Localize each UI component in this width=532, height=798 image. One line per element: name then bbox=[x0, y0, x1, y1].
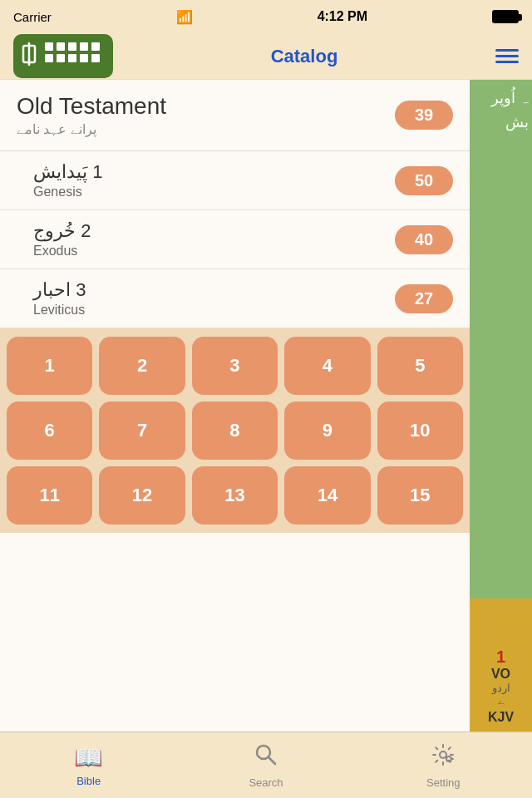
section-count-badge: 39 bbox=[395, 101, 453, 130]
section-title-main: Old Testament bbox=[17, 93, 166, 120]
num-btn-2[interactable]: 2 bbox=[99, 337, 185, 395]
num-btn-3[interactable]: 3 bbox=[192, 337, 278, 395]
num-btn-5[interactable]: 5 bbox=[377, 337, 463, 395]
book-row-exodus[interactable]: 2 خُروج Exodus 40 bbox=[0, 210, 470, 269]
section-header-text: Old Testament پرانے عہد نامے bbox=[17, 93, 166, 137]
num-btn-7[interactable]: 7 bbox=[99, 401, 185, 460]
svg-rect-6 bbox=[91, 42, 100, 51]
settings-icon bbox=[431, 742, 456, 773]
num-btn-14[interactable]: 14 bbox=[284, 466, 370, 525]
book-info-leviticus: 3 احبار Leviticus bbox=[33, 279, 86, 318]
book-info-genesis: 1 پَیدایش Genesis bbox=[33, 161, 102, 200]
svg-point-14 bbox=[440, 751, 446, 758]
rp-lang: اردو bbox=[492, 682, 510, 694]
book-count-leviticus: 27 bbox=[395, 284, 453, 313]
svg-rect-10 bbox=[80, 54, 88, 62]
right-panel-bottom: 1 VO اردو ے KJV bbox=[470, 598, 532, 732]
book-count-exodus: 40 bbox=[395, 225, 453, 254]
menu-line-1 bbox=[495, 49, 519, 52]
num-btn-13[interactable]: 13 bbox=[192, 466, 278, 525]
svg-rect-9 bbox=[68, 54, 76, 62]
book-list: Old Testament پرانے عہد نامے 39 1 پَیدای… bbox=[0, 80, 470, 732]
book-latin-genesis: Genesis bbox=[33, 185, 102, 200]
tab-setting[interactable]: Setting bbox=[355, 732, 532, 798]
bible-icon: 📖 bbox=[74, 744, 103, 771]
app-logo[interactable] bbox=[13, 34, 113, 78]
book-count-genesis: 50 bbox=[395, 166, 453, 195]
carrier-label: Carrier bbox=[13, 10, 52, 24]
svg-rect-7 bbox=[45, 54, 53, 62]
tab-setting-label: Setting bbox=[426, 776, 460, 789]
num-btn-6[interactable]: 6 bbox=[7, 401, 92, 460]
number-grid: 1 2 3 4 5 6 7 8 9 10 11 12 13 14 15 bbox=[0, 328, 470, 533]
book-latin-exodus: Exodus bbox=[33, 244, 91, 259]
battery-icon bbox=[492, 10, 519, 23]
rp-lang-sub: ے bbox=[498, 694, 505, 707]
rp-number: 1 bbox=[496, 648, 505, 667]
rp-urdu-line-2: بش bbox=[505, 112, 529, 133]
section-title-urdu: پرانے عہد نامے bbox=[17, 121, 166, 137]
navbar: Catalog bbox=[0, 33, 532, 80]
num-btn-11[interactable]: 11 bbox=[7, 466, 92, 525]
book-urdu-exodus: 2 خُروج bbox=[33, 220, 91, 242]
book-latin-leviticus: Leviticus bbox=[33, 303, 86, 318]
wifi-icon: 📶 bbox=[176, 9, 193, 25]
num-btn-1[interactable]: 1 bbox=[7, 337, 92, 395]
book-info-exodus: 2 خُروج Exodus bbox=[33, 220, 91, 259]
status-time: 4:12 PM bbox=[318, 9, 367, 24]
section-header-old-testament[interactable]: Old Testament پرانے عہد نامے 39 bbox=[0, 80, 470, 151]
tab-bible-label: Bible bbox=[76, 775, 101, 787]
num-btn-12[interactable]: 12 bbox=[99, 466, 185, 525]
menu-button[interactable] bbox=[495, 49, 519, 63]
tab-bible[interactable]: 📖 Bible bbox=[0, 732, 177, 798]
status-bar: Carrier 📶 4:12 PM bbox=[0, 0, 532, 33]
rp-urdu-line-1: ہ اُوپر bbox=[491, 88, 529, 109]
num-btn-8[interactable]: 8 bbox=[192, 401, 278, 460]
svg-rect-8 bbox=[57, 54, 65, 62]
logo-icon bbox=[22, 39, 105, 73]
tab-search-label: Search bbox=[249, 776, 283, 789]
book-row-leviticus[interactable]: 3 احبار Leviticus 27 bbox=[0, 269, 470, 328]
num-btn-4[interactable]: 4 bbox=[284, 337, 370, 395]
search-icon bbox=[254, 742, 278, 773]
right-panel: ہ اُوپر بش 1 VO اردو ے KJV bbox=[470, 80, 532, 732]
main-content: Old Testament پرانے عہد نامے 39 1 پَیدای… bbox=[0, 80, 532, 732]
navbar-title: Catalog bbox=[271, 46, 338, 67]
right-panel-top: ہ اُوپر بش bbox=[470, 80, 532, 598]
svg-rect-11 bbox=[91, 54, 100, 62]
svg-rect-3 bbox=[57, 42, 65, 51]
num-btn-15[interactable]: 15 bbox=[377, 466, 463, 525]
menu-line-3 bbox=[495, 61, 519, 63]
svg-rect-2 bbox=[45, 42, 53, 51]
num-btn-10[interactable]: 10 bbox=[377, 401, 463, 460]
svg-line-13 bbox=[268, 757, 275, 764]
svg-rect-5 bbox=[80, 42, 88, 51]
svg-rect-4 bbox=[68, 42, 76, 51]
num-btn-9[interactable]: 9 bbox=[284, 401, 370, 460]
menu-line-2 bbox=[495, 55, 519, 57]
book-row-genesis[interactable]: 1 پَیدایش Genesis 50 bbox=[0, 151, 470, 210]
rp-version: KJV bbox=[488, 710, 514, 725]
book-urdu-genesis: 1 پَیدایش bbox=[33, 161, 102, 183]
book-urdu-leviticus: 3 احبار bbox=[33, 279, 86, 301]
tab-search[interactable]: Search bbox=[177, 732, 354, 798]
rp-label: VO bbox=[491, 667, 510, 682]
tab-bar: 📖 Bible Search Setting bbox=[0, 732, 532, 798]
